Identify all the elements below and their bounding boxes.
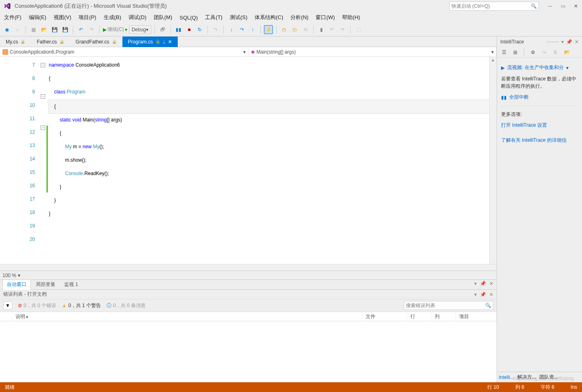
pause-icon[interactable]: ▮▮ [174,25,183,34]
tab-solution-explorer[interactable]: 解决方... [517,374,536,381]
menu-file[interactable]: 文件(F) [4,14,22,21]
close-panel-icon[interactable]: ✕ [489,281,493,286]
stop-icon[interactable]: ■ [185,25,194,34]
namespace-dropdown[interactable]: ConsoleApplication6.Program▾ [0,47,248,56]
tool-icon-6[interactable]: ↷ [338,25,347,34]
menu-edit[interactable]: 编辑(E) [29,14,46,21]
error-search-box[interactable]: 🔍 [404,301,493,310]
tab-intellitrace[interactable]: Intelli... [499,375,514,380]
tool-icon-5[interactable]: ↶ [327,25,336,34]
intellitrace-pane: IntelliTrace ▪▪▪▪▪▪▪ ▾ 📌 ✕ ☰ ⊞ ⚙ ↪ 🗎 📂 ▶… [497,37,582,382]
menu-bar: 文件(F) 编辑(E) 视图(V) 项目(P) 生成(B) 调试(D) 团队(M… [0,12,582,23]
menu-sql[interactable]: SQL(Q) [180,15,198,21]
tool-icon-3[interactable]: ⟲ [301,25,310,34]
horizontal-scrollbar[interactable] [0,264,497,271]
open-settings-link[interactable]: 打开 IntelliTrace 设置 [501,122,578,129]
panel-menu-icon[interactable]: ▾ [474,292,477,297]
open-trace-icon[interactable]: 📂 [562,48,571,57]
config-selector[interactable]: Debug ▾ [129,25,151,34]
panel-pin-icon[interactable]: 📌 [480,292,486,297]
tab-autos[interactable]: 自动窗口 [2,279,31,290]
step-out-icon[interactable]: ↑ [248,25,257,34]
browser-icon[interactable]: 🗗 [158,25,167,34]
menu-project[interactable]: 项目(P) [78,14,96,21]
menu-team[interactable]: 团队(M) [154,14,172,21]
tool-icon-2[interactable]: 🗀 [290,25,299,34]
nav-fwd-button[interactable]: ○ [13,25,22,34]
window-menu-icon[interactable]: ▾ [474,281,477,286]
bottom-tool-tabs: 自动窗口 局部变量 监视 1 ▾ 📌 ✕ [0,279,497,289]
warnings-count[interactable]: ▲0，共 1 个警告 [62,302,101,309]
menu-analyze[interactable]: 分析(N) [290,14,308,21]
restart-icon[interactable]: ↻ [195,25,204,34]
code-body[interactable]: namespace ConsoleApplication6{ class Pro… [49,57,489,264]
member-dropdown[interactable]: ◉Main(string[] args)▾ [248,47,497,56]
tool-icon-1[interactable]: 🗀 [280,25,289,34]
break-all-link[interactable]: ▮▮全部中断 [501,94,578,101]
menu-debug[interactable]: 调试(D) [129,14,146,21]
continue-button[interactable]: ▶ 继续(C) ▾ [103,26,127,33]
error-search-input[interactable] [406,303,485,308]
col-project[interactable]: 项目 [456,312,497,321]
save-icon[interactable]: 💾 [50,25,59,34]
gear-icon[interactable]: ⚙ [528,48,537,57]
errors-count[interactable]: ⊘0，共 0 个错误 [18,302,56,309]
code-editor[interactable]: 7891011121314151617181920 −−− namespace … [0,57,497,264]
panel-menu-icon[interactable]: ▾ [561,39,564,45]
quick-launch-box[interactable]: 🔍 [449,2,539,11]
intellitrace-toolbar-icon[interactable]: ⚡ [264,25,273,34]
tab-team-explorer[interactable]: 团队资... [539,374,558,381]
save-all-icon[interactable]: 💾 [61,25,70,34]
save-trace-icon[interactable]: 🗎 [551,48,560,57]
vertical-scrollbar[interactable]: ▲ [489,57,497,264]
list-icon[interactable]: ☰ [499,48,508,57]
tab-my-cs[interactable]: My.cs🔒 [0,37,31,47]
tab-grandfather-cs[interactable]: GrandFather.cs🔒 [70,37,122,47]
pin-panel-icon[interactable]: 📌 [480,281,486,286]
col-col[interactable]: 列 [432,312,456,321]
maximize-button[interactable]: ▭ [560,3,566,9]
tool-icon-7[interactable]: ⬚ [354,25,363,34]
tree-icon[interactable]: ⊞ [511,48,520,57]
error-list-panel: 错误列表 - 打开文档 ▾ 📌 ✕ ▼ ⊘0，共 0 个错误 ▲0，共 1 个警… [0,289,497,382]
redo-icon[interactable]: ↷ [87,25,96,34]
filter-button[interactable]: ▼ [3,301,12,310]
step-over-icon[interactable]: ↷ [238,25,246,34]
tab-watch1[interactable]: 监视 1 [60,280,82,289]
new-project-icon[interactable]: ▦ [29,25,38,34]
col-line[interactable]: 行 [407,312,432,321]
stream-video-link[interactable]: ▶流视频: 在生产中收集和分▾ [501,64,578,71]
pin-icon[interactable]: ⟂ [163,39,166,45]
tab-father-cs[interactable]: Father.cs🔒 [31,37,70,47]
menu-arch[interactable]: 体系结构(C) [255,14,283,21]
step-into-icon[interactable]: ↓ [227,25,236,34]
messages-count[interactable]: ⓘ0，共 0 条消息 [107,302,146,309]
panel-close-icon[interactable]: ✕ [489,292,493,297]
menu-view[interactable]: 视图(V) [54,14,71,21]
learn-more-link[interactable]: 了解有关 IntelliTrace 的详细信 [501,137,578,144]
menu-test[interactable]: 测试(S) [230,14,247,21]
step-next-icon[interactable]: ↷ [211,25,220,34]
open-file-icon[interactable]: 📂 [39,25,48,34]
panel-close-icon[interactable]: ✕ [575,39,579,45]
error-list-body [0,321,497,382]
tab-locals[interactable]: 局部变量 [32,280,59,289]
menu-window[interactable]: 窗口(W) [316,14,335,21]
close-tab-icon[interactable]: ✕ [168,39,172,45]
col-description[interactable]: 说明 ▲ [12,312,362,321]
nav-icon[interactable]: ↪ [540,48,549,57]
menu-tools[interactable]: 工具(T) [205,14,222,21]
right-pane-tabs: Intelli... 解决方... 团队资... [497,372,582,382]
menu-help[interactable]: 帮助(H) [342,14,360,21]
nav-back-button[interactable]: ◉ [2,25,11,34]
close-button[interactable]: ✕ [573,3,579,9]
menu-build[interactable]: 生成(B) [104,14,121,21]
minimize-button[interactable]: ─ [547,3,553,9]
tab-program-cs[interactable]: Program.cs🔒⟂✕ [122,37,178,47]
quick-launch-input[interactable] [451,3,531,9]
panel-pin-icon[interactable]: 📌 [566,39,572,45]
zoom-level[interactable]: 100 % [2,273,16,278]
col-file[interactable]: 文件 [362,312,407,321]
undo-icon[interactable]: ↶ [76,25,85,34]
tool-icon-4[interactable]: ▮ [317,25,326,34]
